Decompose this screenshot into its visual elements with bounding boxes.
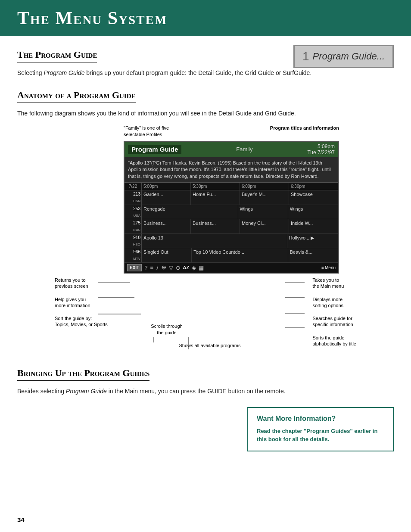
table-row: 910HBO Apollo 13 Hollywo... ▶ — [125, 234, 338, 249]
time-slot-1: 5:00pm — [142, 183, 191, 190]
program-cell: Showcase — [289, 190, 338, 205]
annotation-shows: Shows all available programs — [167, 342, 253, 355]
time-slot-3: 6:00pm — [240, 183, 289, 190]
table-row: 253USA Renegade Wings Wings — [125, 205, 338, 220]
guide-ui-title: Program Guide — [128, 145, 181, 154]
program-cell: Apollo 13 — [142, 234, 287, 248]
program-cell: Inside W... — [289, 219, 338, 233]
channel-275-programs: Business... Business... Money Cl... Insi… — [142, 219, 338, 233]
guide-time-header-row: 7/22 5:00pm 5:30pm 6:00pm 6:30pm — [125, 183, 338, 190]
annotation-help: Help gives youmore information — [55, 296, 108, 309]
program-cell: Renegade — [142, 205, 238, 219]
toolbar-menu[interactable]: ≡ Menu — [321, 265, 336, 270]
annotation-searches: Searches guide forspecific information — [312, 315, 356, 328]
above-right-annotation: Program titles and information — [270, 125, 339, 138]
program-cell: Wings — [288, 205, 338, 219]
right-annotations-group: Takes you tothe Main menu Displays mores… — [312, 277, 356, 353]
annotation-sorting: Displays moresorting options — [312, 296, 356, 309]
anatomy-section: Anatomy of a Program Guide The following… — [17, 90, 394, 355]
table-row: 966MTV Singled Out Top 10 Video Countdo.… — [125, 248, 338, 263]
toolbar-profiles-icon: ❋ — [162, 264, 166, 271]
bringing-up-heading: Bringing Up the Program Guides — [17, 367, 149, 381]
guide-times: 5:00pm 5:30pm 6:00pm 6:30pm — [142, 183, 338, 190]
guide-description: "Apollo 13"(PG) Tom Hanks, Kevin Bacon. … — [125, 157, 338, 183]
guide-ui: Program Guide Family 5:09pmTue 7/22/97 "… — [124, 141, 339, 274]
guide-date-cell: 7/22 — [125, 183, 142, 190]
guide-header: Program Guide Family 5:09pmTue 7/22/97 — [125, 142, 338, 157]
program-guide-heading: The Program Guide — [17, 49, 97, 62]
toolbar-az: AZ — [183, 265, 190, 270]
program-cell: Wings — [238, 205, 288, 219]
toolbar-list-icon: ≡ — [150, 264, 153, 271]
annotation-alphabetical: Sorts the guidealphabetically by title — [312, 335, 356, 347]
channel-275: 275NBC — [125, 219, 142, 233]
program-cell: Singled Out — [142, 248, 192, 262]
annotation-scrolls: Scrolls throughthe guide — [124, 323, 210, 342]
page-number: 34 — [17, 516, 25, 523]
annotation-scrolls-text: Scrolls throughthe guide — [124, 323, 210, 336]
channel-253: 253USA — [125, 205, 142, 219]
below-annotations: Returns you toprevious screen Help gives… — [55, 277, 356, 355]
menu-icon: ≡ — [321, 265, 324, 270]
channel-910: 910HBO — [125, 234, 142, 248]
toolbar-scroll-icon: ▽ — [169, 264, 173, 271]
annotation-shows-text: Shows all available programs — [167, 342, 253, 348]
channel-213-programs: Garden... Home Fu... Buyer's M... Showca… — [142, 190, 338, 205]
annotation-sort: Sort the guide by:Topics, Movies, or Spo… — [55, 315, 108, 328]
toolbar-music-icon: ♪ — [156, 264, 159, 271]
channel-213: 213HSN — [125, 190, 142, 205]
above-annotations: "Family" is one of five selectable Profi… — [124, 125, 339, 138]
diagram-area: "Family" is one of five selectable Profi… — [55, 125, 356, 355]
channel-966: 966MTV — [125, 248, 142, 262]
anatomy-body: The following diagram shows you the kind… — [17, 109, 394, 118]
guide-time: 5:09pmTue 7/22/97 — [307, 143, 335, 156]
toolbar-search-icon: ⊙ — [176, 264, 181, 271]
above-left-annotation: "Family" is one of five selectable Profi… — [124, 125, 184, 138]
program-cell: Money Cl... — [240, 219, 289, 233]
page-title: The Menu System — [17, 8, 398, 28]
program-guide-body: Selecting Program Guide brings up your d… — [17, 68, 394, 78]
table-row: 275NBC Business... Business... Money Cl.… — [125, 219, 338, 234]
program-cell: Garden... — [142, 190, 191, 205]
toolbar-sort-icon: ◈ — [192, 264, 196, 271]
guide-profile: Family — [190, 146, 299, 152]
guide-toolbar: EXIT ? ≡ ♪ ❋ ▽ ⊙ AZ ◈ ▦ ≡ Menu — [125, 263, 338, 273]
channel-910-programs: Apollo 13 Hollywo... ▶ — [142, 234, 338, 248]
program-cell: Home Fu... — [191, 190, 240, 205]
toolbar-exit[interactable]: EXIT — [127, 264, 142, 271]
program-cell: Buyer's M... — [240, 190, 289, 205]
program-cell: Top 10 Video Countdo... — [192, 248, 288, 262]
annotation-returns: Returns you toprevious screen — [55, 277, 108, 289]
time-slot-4: 6:30pm — [289, 183, 338, 190]
toolbar-grid-icon: ▦ — [199, 264, 204, 271]
program-guide-section: The Program Guide 1 Program Guide... Sel… — [17, 49, 394, 78]
info-box-title: Want More Information? — [257, 415, 384, 423]
bringing-up-section: Bringing Up the Program Guides Besides s… — [17, 367, 394, 396]
time-slot-2: 5:30pm — [191, 183, 240, 190]
menu-label: Menu — [325, 265, 336, 270]
annotation-main-menu: Takes you tothe Main menu — [312, 277, 356, 289]
program-cell: Business... — [191, 219, 240, 233]
program-cell: Business... — [142, 219, 191, 233]
channel-253-programs: Renegade Wings Wings — [142, 205, 338, 219]
channel-966-programs: Singled Out Top 10 Video Countdo... Beav… — [142, 248, 338, 262]
toolbar-help-icon: ? — [144, 264, 147, 271]
info-box: Want More Information? Read the chapter … — [247, 407, 394, 451]
pg-button-label: Program Guide... — [312, 51, 385, 62]
info-box-text: Read the chapter "Program Guides" earlie… — [257, 427, 384, 444]
table-row: 213HSN Garden... Home Fu... Buyer's M...… — [125, 190, 338, 205]
left-annotations-group: Returns you toprevious screen Help gives… — [55, 277, 108, 334]
program-cell: Hollywo... ▶ — [287, 234, 339, 248]
program-guide-button[interactable]: 1 Program Guide... — [293, 45, 394, 68]
pg-button-number: 1 — [302, 50, 309, 63]
guide-ui-container: Program Guide Family 5:09pmTue 7/22/97 "… — [124, 141, 339, 274]
program-cell: Beavis &... — [288, 248, 338, 262]
page-header: The Menu System — [0, 0, 411, 36]
anatomy-heading: Anatomy of a Program Guide — [17, 90, 136, 103]
bringing-up-body: Besides selecting Program Guide in the M… — [17, 387, 394, 396]
